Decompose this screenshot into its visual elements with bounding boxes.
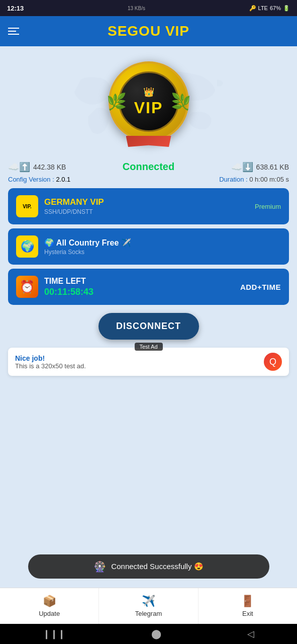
battery-label: 67% (270, 5, 281, 11)
telegram-icon: ✈️ (142, 595, 155, 608)
premium-badge: Premium (255, 203, 281, 210)
toast-message: Connected Successfully 😍 (111, 562, 203, 571)
app-header: SEGOU VIP (0, 16, 297, 46)
time-label: TIME LEFT (44, 277, 93, 286)
vip-logo-section: 🌿 🌿 👑 VIP (8, 46, 289, 157)
connection-status: Connected (123, 161, 174, 173)
menu-line-2 (8, 31, 16, 32)
status-speed: 13 KB/s (128, 6, 145, 11)
config-label: Config Version : (8, 176, 56, 183)
disconnect-button[interactable]: DISCONNECT (98, 313, 199, 340)
ad-banner: Test Ad Nice job! This is a 320x50 test … (8, 348, 289, 376)
time-card[interactable]: ⏰ TIME LEFT 00:11:58:43 ADD+TIME (8, 269, 289, 305)
bottom-nav: 📦 Update ✈️ Telegram 🚪 Exit (0, 588, 297, 624)
toast-notification: 🎡 Connected Successfully 😍 (28, 554, 269, 579)
server-info-1: GERMANY VIP SSH/UDP/DNSTT (44, 197, 104, 215)
main-content: 🌿 🌿 👑 VIP ☁️⬆️ 442.38 KB Connected ☁️⬇️ … (0, 46, 297, 394)
add-time-button[interactable]: ADD+TIME (240, 283, 281, 291)
android-home-btn[interactable]: ⬤ (151, 628, 161, 639)
server-card-left-1: VIP. GERMANY VIP SSH/UDP/DNSTT (16, 195, 104, 217)
download-stat: ☁️⬇️ 638.61 KB (231, 162, 289, 173)
server-card-left-2: 🌍 🌍 All Country Free ✈️ Hysteria Socks (16, 235, 131, 258)
crown-icon: 👑 (143, 87, 154, 98)
ad-label: Test Ad (134, 343, 162, 351)
server-info-2: 🌍 All Country Free ✈️ Hysteria Socks (44, 238, 131, 256)
android-back-btn[interactable]: ◁ (247, 628, 254, 639)
status-bar: 12:13 13 KB/s 🔑 LTE 67% 🔋 (0, 0, 297, 16)
config-version: Config Version : 2.0.1 (8, 176, 70, 183)
upload-stat: ☁️⬆️ 442.38 KB (8, 162, 66, 173)
ad-content: Nice job! This is a 320x50 test ad. (15, 354, 86, 370)
menu-button[interactable] (8, 28, 19, 35)
ad-brand-icon: Q (264, 353, 282, 371)
menu-line-3 (8, 34, 19, 35)
nav-exit[interactable]: 🚪 Exit (199, 588, 297, 624)
server-name-1: GERMANY VIP (44, 197, 104, 207)
toast-icon: 🎡 (93, 560, 106, 573)
ad-text: This is a 320x50 test ad. (15, 362, 86, 370)
server-vip-icon-1: VIP. (16, 195, 38, 217)
server-protocol-2: Hysteria Socks (44, 249, 131, 256)
time-info: TIME LEFT 00:11:58:43 (44, 277, 93, 297)
config-row: Config Version : 2.0.1 Duration : 0 h:00… (8, 175, 289, 188)
signal-icon: 🔑 (249, 5, 256, 12)
upload-icon: ☁️⬆️ (8, 162, 30, 173)
update-label: Update (39, 610, 60, 617)
status-time: 12:13 (7, 5, 24, 12)
upload-value: 442.38 KB (33, 163, 66, 171)
time-left-section: ⏰ TIME LEFT 00:11:58:43 (16, 276, 93, 298)
server-icon-2: 🌍 (16, 235, 38, 258)
server-name-2: 🌍 All Country Free ✈️ (44, 238, 131, 248)
nav-update[interactable]: 📦 Update (0, 588, 99, 624)
download-value: 638.61 KB (256, 163, 289, 171)
vip-badge: 🌿 🌿 👑 VIP (106, 61, 191, 147)
menu-line-1 (8, 28, 19, 29)
update-icon: 📦 (43, 595, 56, 608)
telegram-label: Telegram (135, 610, 162, 617)
server-card-all-country[interactable]: 🌍 🌍 All Country Free ✈️ Hysteria Socks (8, 228, 289, 265)
status-right: 🔑 LTE 67% 🔋 (249, 5, 290, 12)
stats-row: ☁️⬆️ 442.38 KB Connected ☁️⬇️ 638.61 KB (8, 157, 289, 175)
vip-text: VIP (134, 99, 163, 117)
ad-nice: Nice job! (15, 354, 86, 362)
app-title: SEGOU VIP (108, 23, 189, 39)
exit-icon: 🚪 (241, 595, 254, 608)
server-card-germany[interactable]: VIP. GERMANY VIP SSH/UDP/DNSTT Premium (8, 188, 289, 224)
server-protocol-1: SSH/UDP/DNSTT (44, 208, 104, 215)
android-nav-bar: ❙❙❙ ⬤ ◁ (0, 624, 297, 644)
exit-label: Exit (242, 610, 253, 617)
download-icon: ☁️⬇️ (231, 162, 253, 173)
nav-telegram[interactable]: ✈️ Telegram (99, 588, 198, 624)
clock-icon: ⏰ (16, 276, 38, 298)
battery-icon: 🔋 (283, 5, 290, 12)
lte-label: LTE (258, 5, 268, 11)
vip-coin: 🌿 🌿 👑 VIP (109, 61, 189, 142)
vip-inner: 👑 VIP (119, 71, 179, 132)
time-value: 00:11:58:43 (44, 287, 93, 297)
duration: Duration : 0 h:00 m:05 s (219, 176, 289, 183)
android-recent-btn[interactable]: ❙❙❙ (43, 628, 65, 639)
